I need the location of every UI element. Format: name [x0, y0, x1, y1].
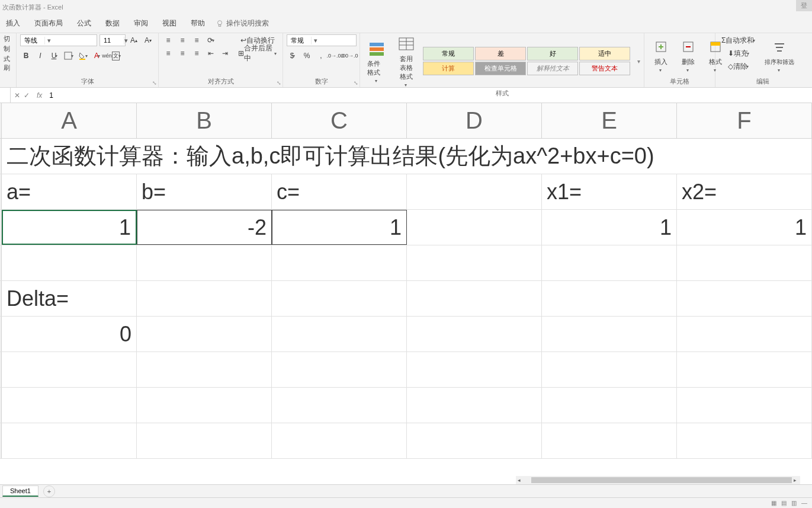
delete-cells-button[interactable]: 删除▾	[675, 34, 701, 76]
cell-c3[interactable]: 1	[272, 210, 407, 245]
cell-e6[interactable]	[542, 317, 677, 352]
enter-formula-icon[interactable]: ✓	[24, 91, 30, 100]
cell-d3[interactable]	[407, 210, 542, 245]
sort-filter-button[interactable]: 排序和筛选▾	[761, 34, 798, 76]
cell-c4[interactable]	[272, 245, 407, 280]
style-calc[interactable]: 计算	[423, 62, 474, 75]
format-painter-button[interactable]: 式刷	[4, 55, 12, 72]
cell-f7[interactable]	[677, 352, 812, 387]
cell-c6[interactable]	[272, 317, 407, 352]
decrease-decimal-icon[interactable]: .00→.0	[344, 50, 355, 62]
col-header-d[interactable]: D	[407, 103, 542, 138]
scroll-thumb[interactable]	[531, 477, 792, 483]
cell-f3[interactable]: 1	[677, 210, 812, 245]
cell-c5[interactable]	[272, 281, 407, 316]
cell-f4[interactable]	[677, 245, 812, 280]
cell-e2[interactable]: x1=	[542, 174, 677, 209]
col-header-c[interactable]: C	[272, 103, 407, 138]
align-middle-icon[interactable]: ≡	[176, 34, 188, 46]
cancel-formula-icon[interactable]: ✕	[14, 91, 20, 100]
cell-f8[interactable]	[677, 388, 812, 423]
number-dialog-launcher[interactable]: ⤡	[354, 80, 358, 86]
cell-grid[interactable]: 二次函数计算器：输入a,b,c即可计算出结果(先化为ax^2+bx+c=0) a…	[0, 139, 812, 459]
menu-review[interactable]: 审阅	[130, 16, 152, 31]
merge-center-button[interactable]: ⊞ 合并后居中▾	[236, 47, 279, 59]
align-dialog-launcher[interactable]: ⤡	[277, 80, 281, 86]
cell-a3[interactable]: 1	[2, 210, 137, 245]
style-normal[interactable]: 常规	[423, 47, 474, 60]
horizontal-scrollbar[interactable]: ◂ ▸	[516, 476, 800, 484]
col-header-b[interactable]: B	[137, 103, 272, 138]
underline-button[interactable]: U▾	[49, 50, 60, 62]
orientation-icon[interactable]: ⟳▾	[205, 34, 217, 46]
cell-d9[interactable]	[407, 423, 542, 458]
menu-insert[interactable]: 插入	[2, 16, 24, 31]
increase-indent-icon[interactable]: ⇥	[219, 47, 231, 59]
style-warn[interactable]: 警告文本	[579, 62, 630, 75]
decrease-indent-icon[interactable]: ⇤	[205, 47, 217, 59]
phonetic-button[interactable]: wén文▾	[105, 50, 117, 62]
style-check[interactable]: 检查单元格	[475, 62, 526, 75]
bold-button[interactable]: B	[20, 50, 32, 62]
increase-font-icon[interactable]: A▴	[128, 34, 140, 46]
tell-me-search[interactable]: 操作说明搜索	[216, 18, 269, 28]
name-box[interactable]	[0, 88, 11, 103]
style-good[interactable]: 好	[527, 47, 578, 60]
cell-b7[interactable]	[137, 352, 272, 387]
menu-view[interactable]: 视图	[159, 16, 180, 31]
cell-a4[interactable]	[2, 245, 137, 280]
menu-formulas[interactable]: 公式	[73, 16, 95, 31]
cell-c8[interactable]	[272, 388, 407, 423]
col-header-e[interactable]: E	[542, 103, 677, 138]
cell-a9[interactable]	[2, 423, 137, 458]
number-format-combo[interactable]: 常规▾	[287, 34, 357, 46]
cell-a6[interactable]: 0	[2, 317, 137, 352]
view-page-break-icon[interactable]: ▥	[791, 500, 797, 506]
percent-format-icon[interactable]: %	[301, 50, 313, 62]
cell-b5[interactable]	[137, 281, 272, 316]
cell-d7[interactable]	[407, 352, 542, 387]
cell-b3[interactable]: -2	[137, 210, 272, 245]
cell-b4[interactable]	[137, 245, 272, 280]
cell-f6[interactable]	[677, 317, 812, 352]
cell-a5[interactable]: Delta=	[2, 281, 137, 316]
cell-c9[interactable]	[272, 423, 407, 458]
align-top-icon[interactable]: ≡	[162, 34, 174, 46]
cell-b2[interactable]: b=	[137, 174, 272, 209]
menu-page-layout[interactable]: 页面布局	[31, 16, 66, 31]
border-button[interactable]: ▾	[63, 50, 75, 62]
login-button[interactable]: 登	[796, 0, 812, 11]
cell-d6[interactable]	[407, 317, 542, 352]
sheet-tab-1[interactable]: Sheet1	[2, 485, 38, 497]
scroll-right-icon[interactable]: ▸	[792, 477, 798, 483]
accounting-format-icon[interactable]: $▾	[287, 50, 299, 62]
increase-decimal-icon[interactable]: .0→.00	[329, 50, 341, 62]
font-color-button[interactable]: A▾	[91, 50, 103, 62]
cell-d8[interactable]	[407, 388, 542, 423]
autosum-button[interactable]: Σ 自动求和▾	[719, 34, 758, 46]
cell-e5[interactable]	[542, 281, 677, 316]
cell-e3[interactable]: 1	[542, 210, 677, 245]
cell-a7[interactable]	[2, 352, 137, 387]
cell-f2[interactable]: x2=	[677, 174, 812, 209]
style-explain[interactable]: 解释性文本	[527, 62, 578, 75]
style-bad[interactable]: 差	[475, 47, 526, 60]
font-dialog-launcher[interactable]: ⤡	[152, 80, 157, 86]
cell-e7[interactable]	[542, 352, 677, 387]
col-header-f[interactable]: F	[677, 103, 812, 138]
cell-f9[interactable]	[677, 423, 812, 458]
scroll-left-icon[interactable]: ◂	[516, 477, 522, 483]
cell-b8[interactable]	[137, 388, 272, 423]
cell-e4[interactable]	[542, 245, 677, 280]
menu-help[interactable]: 帮助	[187, 16, 208, 31]
fill-button[interactable]: ⬇ 填充▾	[719, 47, 758, 59]
insert-cells-button[interactable]: 插入▾	[648, 34, 674, 76]
conditional-format-button[interactable]: 条件格式▾	[364, 39, 390, 84]
cell-b6[interactable]	[137, 317, 272, 352]
cell-d4[interactable]	[407, 245, 542, 280]
cell-f5[interactable]	[677, 281, 812, 316]
cut-button[interactable]: 切	[4, 34, 12, 43]
align-right-icon[interactable]: ≡	[191, 47, 203, 59]
fill-color-button[interactable]: ▾	[77, 50, 89, 62]
cell-a1[interactable]: 二次函数计算器：输入a,b,c即可计算出结果(先化为ax^2+bx+c=0)	[2, 139, 812, 174]
